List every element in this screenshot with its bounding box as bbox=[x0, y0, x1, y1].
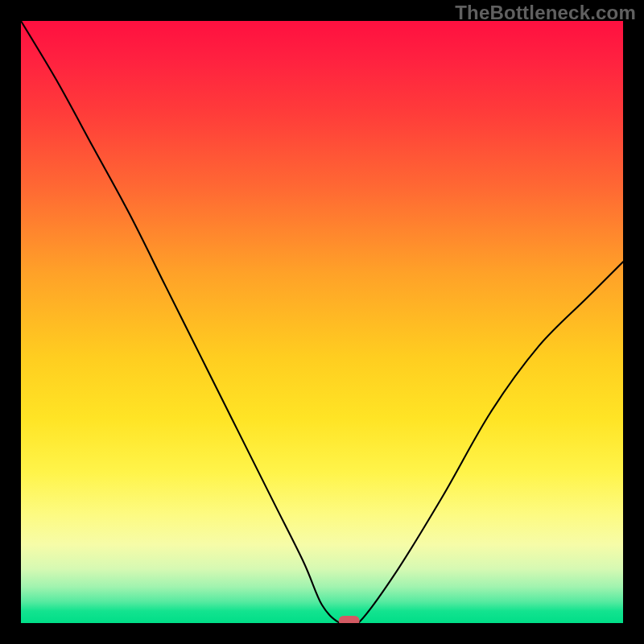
bottleneck-curve bbox=[21, 21, 623, 623]
curve-layer bbox=[21, 21, 623, 623]
watermark-text: TheBottleneck.com bbox=[455, 2, 636, 24]
plot-area bbox=[21, 21, 623, 623]
optimal-point-marker bbox=[339, 616, 360, 623]
chart-frame: TheBottleneck.com bbox=[0, 0, 644, 644]
